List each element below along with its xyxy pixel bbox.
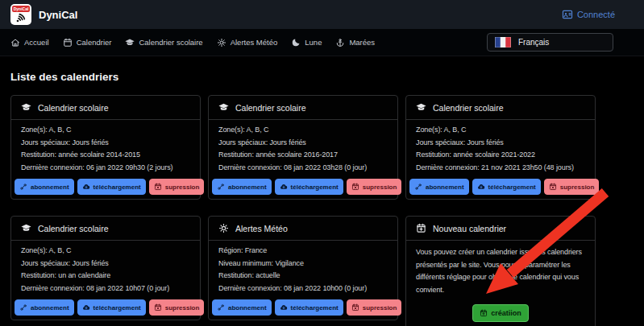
card-body: Zone(s): A, B, CJours spéciaux: Jours fé…: [11, 120, 200, 179]
cloud-download-icon: [280, 183, 288, 191]
link-icon: [414, 183, 422, 191]
card-calendrier-scolaire-1: Calendrier scolaireZone(s): A, B, CJours…: [208, 95, 398, 200]
card-body: Zone(s): A, B, CJours spéciaux: Jours fé…: [209, 120, 397, 179]
supression-button[interactable]: supression: [347, 299, 402, 316]
page-title: Liste des calendriers: [10, 71, 634, 83]
card-actions: abonnementtéléchargementsupression: [209, 299, 397, 320]
supression-button[interactable]: supression: [347, 179, 402, 195]
card-title: Calendrier scolaire: [235, 103, 306, 113]
card-info-line: Zone(s): A, B, C: [21, 124, 190, 137]
card-actions: abonnementtéléchargementsupression: [406, 179, 595, 199]
card-actions: abonnementtéléchargementsupression: [209, 179, 397, 199]
language-value: Français: [518, 38, 549, 47]
language-select[interactable]: Français: [487, 33, 613, 52]
calendar-card-grid: Calendrier scolaireZone(s): A, B, CJours…: [10, 95, 634, 326]
card-title: Calendrier scolaire: [38, 224, 109, 233]
connected-status-link[interactable]: Connecté: [562, 9, 615, 20]
button-label: téléchargement: [291, 304, 339, 312]
nav-item-accueil[interactable]: Accueil: [10, 38, 49, 47]
card-header: Calendrier scolaire: [406, 96, 595, 120]
button-label: abonnement: [228, 304, 267, 312]
abonnement-button[interactable]: abonnement: [212, 299, 272, 316]
supression-button[interactable]: supression: [149, 299, 205, 316]
card-header: Calendrier scolaire: [11, 217, 200, 241]
telechargement-button[interactable]: téléchargement: [275, 299, 343, 316]
card-title: Calendrier scolaire: [433, 103, 504, 113]
cloud-download-icon: [280, 303, 288, 312]
card-body: Région: FranceNiveau minimum: VigilanceR…: [209, 241, 397, 299]
creation-button[interactable]: créatiion: [472, 304, 529, 322]
abonnement-button[interactable]: abonnement: [15, 299, 74, 316]
nav-item-calendrier-scolaire[interactable]: Calendrier scolaire: [125, 38, 202, 47]
card-info-line: Jours spéciaux: Jours fériés: [416, 137, 585, 150]
supression-button[interactable]: supression: [544, 179, 600, 195]
button-label: abonnement: [31, 304, 69, 312]
mortarboard-icon: [21, 102, 31, 113]
link-icon: [217, 183, 225, 191]
telechargement-button[interactable]: téléchargement: [275, 179, 343, 195]
button-label: supression: [363, 304, 397, 312]
card-header: Nouveau calendrier: [406, 217, 595, 241]
card-info-line: Dernière connexion: 08 jan 2022 03h28 (0…: [218, 162, 388, 175]
card-calendrier-scolaire-0: Calendrier scolaireZone(s): A, B, CJours…: [10, 95, 201, 200]
card-info-line: Restitution: année scolaire 2021-2022: [416, 149, 585, 162]
card-info-line: Restitution: année scolaire 2014-2015: [21, 149, 190, 162]
link-icon: [217, 303, 225, 312]
card-title: Calendrier scolaire: [38, 103, 109, 113]
telechargement-button[interactable]: téléchargement: [472, 179, 541, 195]
abonnement-button[interactable]: abonnement: [15, 179, 74, 195]
nav-item-marees[interactable]: Marées: [335, 38, 375, 47]
dynical-logo-icon: DyniCal: [10, 4, 31, 25]
content-area: Liste des calendriers Calendrier scolair…: [0, 56, 644, 326]
button-label: supression: [363, 184, 397, 191]
create-card-description: Vous pouvez créer un calendrier issu des…: [406, 241, 595, 299]
moon-icon: [291, 38, 301, 47]
card-info-line: Restitution: actuelle: [218, 270, 388, 283]
abonnement-button[interactable]: abonnement: [409, 179, 469, 195]
nav-item-label: Marées: [349, 38, 375, 47]
card-body: Zone(s): A, B, CJours spéciaux: Jours fé…: [406, 120, 595, 179]
card-actions: abonnementtéléchargementsupression: [11, 179, 200, 199]
nav-item-label: Calendrier: [77, 38, 112, 47]
button-label: abonnement: [228, 184, 267, 191]
calendar-x-icon: [154, 183, 162, 191]
brand-link[interactable]: DyniCal DyniCal: [10, 4, 77, 25]
nav-item-alertes-meteo[interactable]: Alertes Météo: [217, 38, 278, 47]
anchor-icon: [335, 38, 345, 47]
brand-name: DyniCal: [39, 9, 77, 21]
connected-label: Connecté: [577, 10, 615, 19]
card-title: Nouveau calendrier: [433, 224, 506, 233]
main-nav: AccueilCalendrierCalendrier scolaireAler…: [0, 29, 644, 56]
card-info-line: Restitution: un an calendaire: [21, 270, 190, 283]
supression-button[interactable]: supression: [149, 179, 205, 195]
mortarboard-icon: [416, 102, 426, 113]
card-info-line: Dernière connexion: 08 jan 2022 10h00 (0…: [218, 283, 388, 295]
button-label: téléchargement: [488, 184, 536, 191]
card-info-line: Niveau minimum: Vigilance: [218, 258, 388, 270]
card-info-line: Jours spéciaux: Jours fériés: [21, 258, 190, 270]
button-label: abonnement: [426, 184, 464, 191]
telechargement-button[interactable]: téléchargement: [77, 299, 146, 316]
cloud-download-icon: [82, 303, 90, 312]
abonnement-button[interactable]: abonnement: [212, 179, 272, 195]
card-nouveau-calendrier-5: Nouveau calendrierVous pouvez créer un c…: [405, 216, 596, 326]
sun-icon: [218, 223, 229, 233]
calendar-plus-icon: [480, 309, 488, 317]
nav-item-label: Calendrier scolaire: [139, 38, 202, 47]
nav-item-label: Alertes Météo: [231, 38, 278, 47]
nav-item-label: Accueil: [24, 38, 49, 47]
card-info-line: Zone(s): A, B, C: [21, 245, 190, 258]
telechargement-button[interactable]: téléchargement: [77, 179, 146, 195]
calendar-x-icon: [154, 303, 162, 312]
cloud-download-icon: [82, 183, 90, 191]
nav-item-lune[interactable]: Lune: [291, 38, 322, 47]
mortarboard-icon: [125, 38, 135, 47]
card-info-line: Région: France: [218, 245, 388, 258]
card-actions: abonnementtéléchargementsupression: [11, 299, 200, 320]
calendar-x-icon: [351, 183, 359, 191]
mortarboard-icon: [21, 223, 31, 233]
card-info-line: Dernière connexion: 06 jan 2022 09h30 (2…: [21, 162, 190, 175]
mortarboard-icon: [218, 102, 229, 113]
france-flag-icon: [495, 37, 511, 47]
nav-item-calendrier[interactable]: Calendrier: [63, 38, 112, 47]
